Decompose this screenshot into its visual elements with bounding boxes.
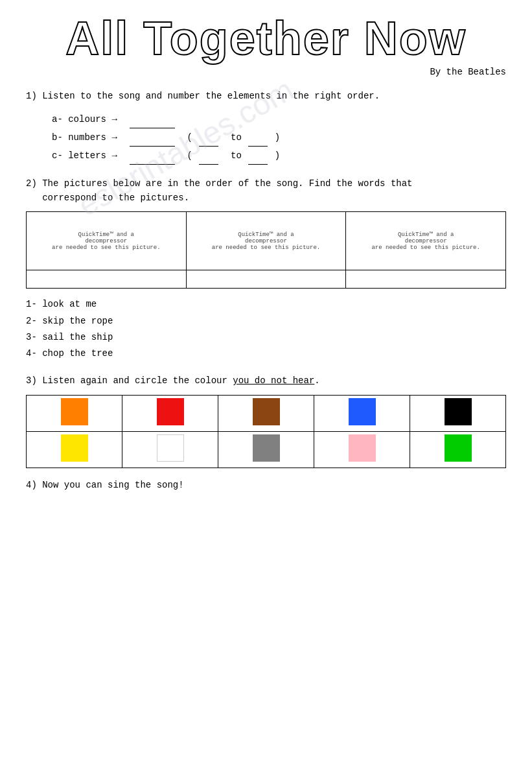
q3-label: 3) Listen again and circle the colour yo… — [26, 373, 506, 388]
swatch-black — [445, 398, 472, 425]
swatch-white — [157, 434, 184, 462]
q1-items: a- colours → b- numbers → ( to ) c- lett… — [52, 110, 506, 165]
colour-cell-grey — [218, 431, 314, 468]
colour-cell-blue — [314, 395, 410, 431]
word-item-3: 3- sail the ship — [26, 329, 506, 346]
fill-c2 — [248, 164, 268, 165]
q1-item-b: b- numbers → ( to ) — [52, 128, 506, 147]
picture-cell-2: QuickTime™ and adecompressorare needed t… — [186, 212, 346, 270]
picture-label-row — [27, 270, 506, 289]
fill-c — [130, 164, 175, 165]
picture-cell-1: QuickTime™ and adecompressorare needed t… — [27, 212, 187, 270]
question-3: 3) Listen again and circle the colour yo… — [26, 373, 506, 468]
picture-label-2 — [186, 270, 346, 289]
swatch-yellow — [61, 434, 88, 462]
colour-row-1 — [27, 395, 506, 431]
q2-label: 2) The pictures below are in the order o… — [26, 176, 506, 206]
picture-table: QuickTime™ and adecompressorare needed t… — [26, 211, 506, 289]
word-item-2: 2- skip the rope — [26, 313, 506, 329]
swatch-grey — [253, 434, 280, 462]
colour-row-2 — [27, 431, 506, 468]
colour-cell-white — [122, 431, 218, 468]
qt-text-2: QuickTime™ and adecompressorare needed t… — [189, 231, 343, 251]
word-list: 1- look at me 2- skip the rope 3- sail t… — [26, 296, 506, 362]
colour-cell-red — [122, 395, 218, 431]
swatch-green — [445, 434, 472, 462]
swatch-orange — [61, 398, 88, 425]
swatch-red — [157, 398, 184, 425]
qt-text-1: QuickTime™ and adecompressorare needed t… — [29, 231, 183, 251]
qt-text-3: QuickTime™ and adecompressorare needed t… — [349, 231, 503, 251]
subtitle: By the Beatles — [26, 67, 506, 77]
word-item-4: 4- chop the tree — [26, 346, 506, 362]
swatch-blue — [349, 398, 376, 425]
q1-item-c: c- letters → ( to ) — [52, 147, 506, 165]
picture-row: QuickTime™ and adecompressorare needed t… — [27, 212, 506, 270]
question-2: 2) The pictures below are in the order o… — [26, 176, 506, 362]
swatch-pink — [349, 434, 376, 462]
q1-label: 1) Listen to the song and number the ele… — [26, 89, 506, 103]
swatch-brown — [253, 398, 280, 425]
question-1: 1) Listen to the song and number the ele… — [26, 89, 506, 164]
colour-cell-yellow — [27, 431, 122, 468]
colour-table — [26, 395, 506, 468]
q3-underlined: you do not hear — [233, 375, 314, 386]
q1-item-a: a- colours → — [52, 110, 506, 128]
page-title: All Together Now — [26, 13, 506, 64]
colour-cell-pink — [314, 431, 410, 468]
word-item-1: 1- look at me — [26, 296, 506, 313]
picture-label-1 — [27, 270, 187, 289]
colour-cell-brown — [218, 395, 314, 431]
q4-label: 4) Now you can sing the song! — [26, 480, 506, 490]
picture-label-3 — [346, 270, 506, 289]
colour-cell-green — [410, 431, 506, 468]
fill-c1 — [199, 164, 218, 165]
colour-cell-black — [410, 395, 506, 431]
picture-cell-3: QuickTime™ and adecompressorare needed t… — [346, 212, 506, 270]
colour-cell-orange — [27, 395, 122, 431]
question-4: 4) Now you can sing the song! — [26, 480, 506, 490]
